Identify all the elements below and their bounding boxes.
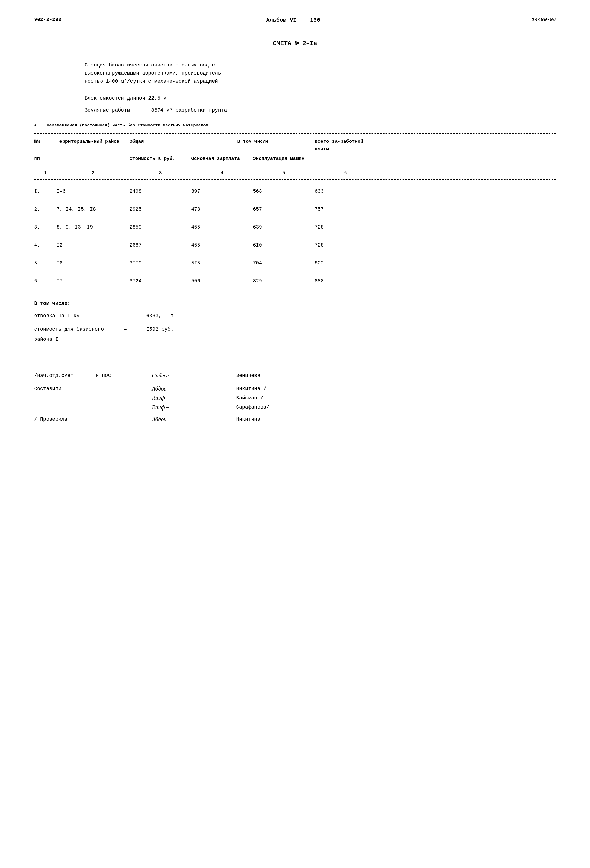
- sig2-label: Составили:: [34, 386, 96, 391]
- row6-num: 6.: [34, 278, 57, 284]
- note-row2-label: стоимость для базисного района I: [34, 324, 124, 344]
- row1-basic: 397: [191, 189, 253, 194]
- row2-region: 7, I4, I5, I8: [57, 207, 130, 212]
- num-col3: 3: [130, 170, 191, 176]
- table-row: 3. 8, 9, I3, I9 2859 455 639 728: [34, 218, 556, 236]
- row3-num: 3.: [34, 224, 57, 230]
- row4-exploit: 6I0: [253, 242, 315, 248]
- doc-number-left: 902-2-292: [34, 17, 61, 22]
- table-row: 6. I7 3724 556 829 888: [34, 272, 556, 290]
- row3-allwages: 728: [315, 224, 377, 230]
- row1-num: I.: [34, 189, 57, 194]
- col3-header-top: Общая: [130, 138, 191, 152]
- col5-header: Всего за-работной платы: [315, 138, 377, 152]
- table-row: 4. I2 2687 455 6I0 728: [34, 236, 556, 254]
- sig2a-handwriting: Абдоu: [152, 385, 236, 392]
- album-number: Альбом VI – 136 –: [266, 17, 327, 23]
- col2-header: Территориаль-ный район: [57, 138, 130, 152]
- note-row2-dash: –: [124, 324, 146, 344]
- row2-allwages: 757: [315, 207, 377, 212]
- row4-region: I2: [57, 242, 130, 248]
- main-table: №№ Территориаль-ный район Общая В том чи…: [34, 133, 556, 290]
- col1-header-bot: пп: [34, 155, 57, 162]
- row3-region: 8, 9, I3, I9: [57, 224, 130, 230]
- row2-num: 2.: [34, 207, 57, 212]
- row5-basic: 5I5: [191, 260, 253, 266]
- row4-total: 2687: [130, 242, 191, 248]
- row3-basic: 455: [191, 224, 253, 230]
- row3-exploit: 639: [253, 224, 315, 230]
- notes-section: В том числе: отвозка на I км – 6363, I т…: [34, 298, 556, 344]
- col3-header-bot: стоимость в руб.: [130, 155, 191, 162]
- sig3-label: / Проверила: [34, 416, 96, 422]
- signatures-section: /Нач.отд.смет и ПОС Сабеес Зеничева Сост…: [34, 372, 556, 423]
- row5-total: 3II9: [130, 260, 191, 266]
- earth-info: Земляные работы 3674 м³ разработки грунт…: [85, 106, 556, 115]
- row2-total: 2925: [130, 207, 191, 212]
- col1-header-top: №№: [34, 138, 57, 152]
- document-title: СМЕТА № 2–Iа: [34, 40, 556, 47]
- col4-header-group: В том числе: [191, 138, 315, 152]
- table-row: 5. I6 3II9 5I5 704 822: [34, 254, 556, 272]
- row1-region: I–6: [57, 189, 130, 194]
- sig3-handwriting: Абдоu: [152, 416, 236, 423]
- row4-allwages: 728: [315, 242, 377, 248]
- col5-header-empty: [315, 155, 377, 162]
- note-row2-value: I592 руб.: [146, 324, 556, 344]
- row6-exploit: 829: [253, 278, 315, 284]
- row5-num: 5.: [34, 260, 57, 266]
- note-row1-value: 6363, I т: [146, 311, 556, 321]
- section-a-letter: А.: [34, 123, 39, 128]
- row1-allwages: 633: [315, 189, 377, 194]
- num-col5: 5: [253, 170, 315, 176]
- sig1-handwriting: Сабеес: [152, 372, 236, 379]
- num-col1: 1: [34, 170, 57, 176]
- sig1-name: Зеничева: [236, 373, 556, 378]
- row6-region: I7: [57, 278, 130, 284]
- sig2c-handwriting: Виuф –: [152, 404, 236, 410]
- row6-allwages: 888: [315, 278, 377, 284]
- row1-exploit: 568: [253, 189, 315, 194]
- col2-header-empty: [57, 155, 130, 162]
- row1-total: 2498: [130, 189, 191, 194]
- row4-num: 4.: [34, 242, 57, 248]
- row3-total: 2859: [130, 224, 191, 230]
- note-row1-dash: –: [124, 311, 146, 321]
- row4-basic: 455: [191, 242, 253, 248]
- notes-header: В том числе:: [34, 298, 556, 309]
- num-col6: 6: [315, 170, 377, 176]
- col4a-header: Основная зарплата: [191, 155, 253, 162]
- row5-exploit: 704: [253, 260, 315, 266]
- sig3-name: Никитина: [236, 416, 556, 422]
- sig2a-name: Никитина /: [236, 386, 556, 391]
- row2-basic: 473: [191, 207, 253, 212]
- col4b-header: Эксплуатация машин: [253, 155, 315, 162]
- num-col2: 2: [57, 170, 130, 176]
- sig1-label: /Нач.отд.смет: [34, 373, 96, 378]
- sig1-label-b: и ПОС: [96, 373, 152, 378]
- sig2b-handwriting: Виuф: [152, 395, 236, 402]
- section-a-text: Неизменяемая (постоянная) часть без стои…: [47, 123, 208, 128]
- row2-exploit: 657: [253, 207, 315, 212]
- table-row: I. I–6 2498 397 568 633: [34, 182, 556, 200]
- doc-number-right: 14490-06: [532, 17, 556, 22]
- block-info: Блок емкостей длиной 22,5 м: [85, 94, 556, 103]
- row5-allwages: 822: [315, 260, 377, 266]
- sig2b-name: Вайсман /: [236, 395, 556, 401]
- sig2c-name: Сарафанова/: [236, 404, 556, 410]
- note-row1-label: отвозка на I км: [34, 311, 124, 321]
- description-block: Станция биологической очистки сточных во…: [85, 61, 365, 85]
- table-row: 2. 7, I4, I5, I8 2925 473 657 757: [34, 200, 556, 218]
- row6-basic: 556: [191, 278, 253, 284]
- row5-region: I6: [57, 260, 130, 266]
- row6-total: 3724: [130, 278, 191, 284]
- num-col4: 4: [191, 170, 253, 176]
